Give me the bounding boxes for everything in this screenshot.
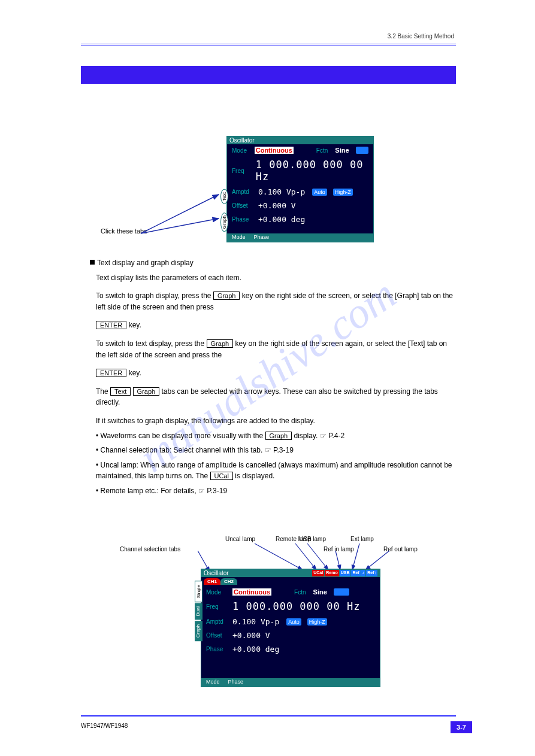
fctn-label-2: Fctn (294, 589, 306, 596)
p3a: To switch to graph display, press the (96, 292, 211, 300)
phase-value: +0.000 deg (258, 215, 305, 224)
para-6: If it switches to graph display, the fol… (96, 415, 454, 427)
dual-tab[interactable]: Dual (195, 603, 202, 620)
offset-value: +0.000 V (258, 201, 296, 210)
sine-wave-icon-2 (334, 588, 349, 596)
phase-label-2: Phase (206, 646, 228, 652)
p9b: is displayed. (235, 472, 274, 480)
status-refout: Ref↑ (366, 570, 377, 576)
p7b: display. ☞ P.4-2 (294, 432, 344, 440)
dev-menu-mode: Mode (228, 233, 249, 242)
svg-line-8 (335, 551, 340, 570)
status-ref: Ref (351, 570, 360, 576)
offset-label-2: Offset (206, 632, 228, 639)
auto-badge-2: Auto (286, 618, 301, 626)
bullet-icon (90, 260, 95, 265)
svg-line-10 (365, 551, 389, 570)
dev-title: Oscillator (229, 137, 255, 144)
page-number: 3-7 (451, 721, 472, 733)
highz-badge: High-Z (333, 189, 353, 196)
amptd-label: Amptd (232, 189, 253, 195)
amptd-value: 0.100 Vp-p (258, 187, 305, 196)
status-remote: Remo (325, 570, 338, 576)
ucal-key: UCal (210, 472, 233, 480)
header-rule (81, 44, 456, 45)
mode-value: Continuous (255, 147, 294, 154)
svg-line-1 (141, 195, 219, 233)
para-2: Text display lists the parameters of eac… (96, 272, 454, 284)
highz-badge-2: High-Z (307, 618, 327, 626)
dev-title-2: Oscillator (204, 570, 229, 576)
title-bar (81, 66, 456, 84)
fctn-value-2: Sine (313, 588, 327, 596)
graph-key-1: Graph (213, 292, 240, 300)
amptd-value-2: 0.100 Vp-p (232, 617, 279, 626)
device-screenshot-2: Oscillator UCal Remo USB Ref ♪ Ref↑ CH1 … (201, 569, 380, 687)
auto-badge: Auto (312, 189, 327, 196)
enter-key-2: ENTER (96, 369, 126, 377)
callout-channel: Channel selection tabs (120, 546, 180, 552)
text-key: Text (110, 387, 131, 396)
status-usb: USB (340, 570, 351, 576)
body-text-block: Text display and graph display Text disp… (81, 257, 454, 497)
device-screenshot-1: Oscillator Mode Continuous Fctn Sine Fre… (226, 136, 374, 242)
graph-tab-2[interactable]: Graph (195, 621, 202, 641)
amptd-label-2: Amptd (206, 618, 228, 625)
freq-label-2: Freq (206, 603, 228, 610)
p7a: • Waveforms can be displayed more visual… (96, 432, 263, 440)
status-ucal: UCal (312, 570, 324, 576)
p5a: The (96, 387, 108, 396)
side-tabs-2: Single Dual Graph (195, 581, 202, 641)
freq-value: 1 000.000 000 00 Hz (256, 159, 368, 183)
footer-rule (81, 715, 456, 717)
sine-wave-icon (356, 147, 368, 154)
ch2-tab[interactable]: CH2 (220, 578, 237, 585)
graph-key-2: Graph (207, 339, 234, 348)
svg-line-5 (255, 544, 303, 570)
para-8: • Channel selection tab: Select channel … (96, 445, 454, 456)
p4a: To switch to text display, press the (96, 339, 204, 348)
dev-menu-phase: Phase (250, 233, 273, 242)
mode-label: Mode (232, 147, 250, 154)
phase-label: Phase (232, 216, 253, 223)
header-section-label: 3.2 Basic Setting Method (388, 33, 454, 40)
graph-key-3: Graph (133, 387, 160, 396)
para-10: • Remote lamp etc.: For details, ☞ P.3-1… (96, 485, 454, 497)
freq-value-2: 1 000.000 000 00 Hz (232, 600, 360, 612)
para-title: Text display and graph display (97, 259, 194, 267)
p4c: key. (129, 369, 141, 377)
enter-key-1: ENTER (96, 321, 126, 329)
phase-value-2: +0.000 deg (232, 645, 279, 654)
fctn-label: Fctn (316, 147, 328, 154)
svg-line-6 (295, 544, 316, 570)
dev-menu-mode-2: Mode (202, 678, 223, 687)
graph-key-4: Graph (265, 432, 292, 440)
svg-line-2 (141, 218, 219, 233)
freq-label: Freq (232, 168, 251, 174)
status-ext: ♪ (361, 570, 366, 576)
svg-line-7 (307, 544, 328, 570)
single-tab[interactable]: Single (195, 581, 202, 602)
svg-line-9 (352, 544, 359, 570)
mode-value-2: Continuous (232, 588, 271, 596)
callout-arrows-1 (99, 180, 231, 245)
mode-label-2: Mode (206, 589, 228, 596)
p3c: key. (129, 321, 141, 329)
offset-label: Offset (232, 202, 253, 209)
dev-menu-phase-2: Phase (225, 678, 247, 687)
fctn-value: Sine (335, 147, 349, 154)
offset-value-2: +0.000 V (232, 631, 270, 640)
footer-model: WF1947/WF1948 (81, 722, 128, 729)
ch1-tab[interactable]: CH1 (204, 578, 220, 585)
